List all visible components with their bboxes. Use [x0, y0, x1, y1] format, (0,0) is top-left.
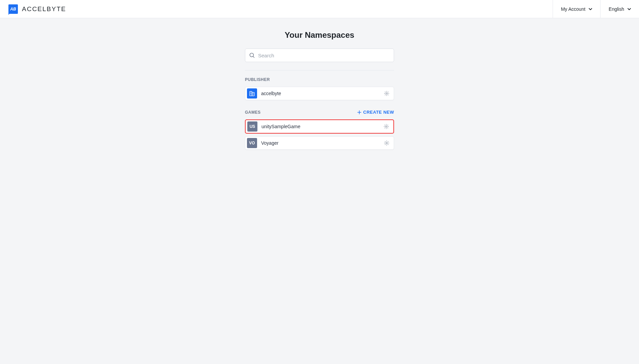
my-account-dropdown[interactable]: My Account: [553, 0, 600, 18]
top-header: AB ACCELBYTE My Account English: [0, 0, 639, 18]
publisher-section: PUBLISHER accelbyte: [245, 77, 394, 100]
create-new-button[interactable]: CREATE NEW: [357, 110, 394, 115]
games-section: GAMES CREATE NEW US unitySampleGame: [245, 110, 394, 150]
svg-point-12: [386, 126, 387, 127]
game-abbr-icon: VO: [247, 138, 257, 148]
language-label: English: [609, 6, 624, 12]
gear-icon[interactable]: [384, 90, 390, 96]
game-card[interactable]: US unitySampleGame: [245, 119, 394, 134]
game-name: Voyager: [261, 140, 380, 146]
my-account-label: My Account: [561, 6, 585, 12]
brand-logo-icon: AB: [8, 4, 18, 14]
game-name: unitySampleGame: [261, 124, 379, 129]
publisher-label: PUBLISHER: [245, 77, 270, 82]
chevron-down-icon: [628, 8, 631, 10]
game-abbr: US: [250, 124, 255, 129]
main-content: Your Namespaces PUBLISHER: [0, 18, 639, 159]
search-input[interactable]: [258, 53, 390, 58]
search-icon: [249, 53, 255, 58]
content-column: PUBLISHER accelbyte: [245, 49, 394, 159]
svg-line-1: [253, 56, 254, 57]
building-icon: [249, 90, 255, 96]
gear-icon[interactable]: [384, 140, 390, 146]
header-right: My Account English: [553, 0, 639, 18]
svg-rect-2: [250, 91, 252, 96]
games-label: GAMES: [245, 110, 261, 115]
create-new-label: CREATE NEW: [363, 110, 394, 115]
gear-icon[interactable]: [383, 123, 389, 130]
divider: [245, 70, 394, 71]
plus-icon: [357, 110, 361, 114]
language-dropdown[interactable]: English: [600, 0, 639, 18]
publisher-name: accelbyte: [261, 91, 380, 96]
game-abbr-icon: US: [247, 121, 257, 132]
brand-name: ACCELBYTE: [22, 5, 66, 13]
section-header-games: GAMES CREATE NEW: [245, 110, 394, 115]
publisher-card[interactable]: accelbyte: [245, 87, 394, 100]
page-title: Your Namespaces: [285, 30, 354, 40]
search-box[interactable]: [245, 49, 394, 62]
svg-point-9: [386, 93, 387, 94]
publisher-icon: [247, 88, 257, 99]
svg-point-13: [386, 142, 387, 144]
chevron-down-icon: [589, 8, 592, 10]
game-abbr: VO: [249, 141, 255, 145]
game-card[interactable]: VO Voyager: [245, 136, 394, 150]
brand-logo-ab: AB: [10, 7, 16, 11]
brand-logo[interactable]: AB ACCELBYTE: [8, 4, 66, 14]
section-header-publisher: PUBLISHER: [245, 77, 394, 82]
